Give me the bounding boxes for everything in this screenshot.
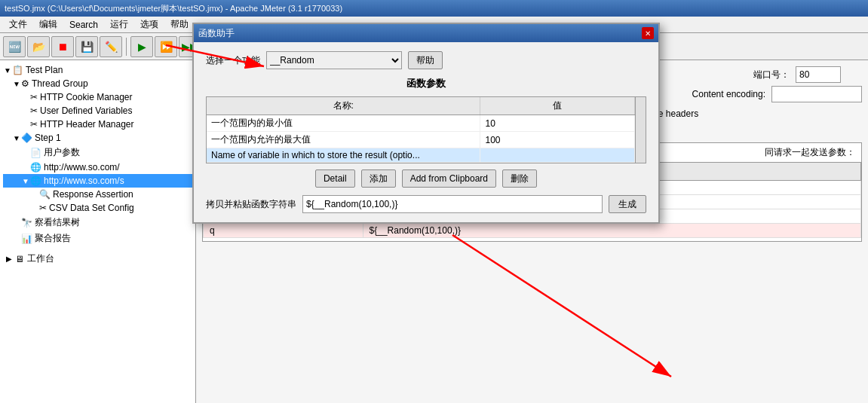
dialog-title: 函数助手 bbox=[198, 27, 235, 40]
detail-button[interactable]: Detail bbox=[315, 169, 355, 188]
dialog-titlebar: 函数助手 ✕ bbox=[194, 24, 658, 42]
dialog-param-value[interactable] bbox=[480, 115, 635, 132]
add-clipboard-button[interactable]: Add from Clipboard bbox=[402, 169, 496, 188]
dialog-content: 选择一个功能 __Random __RandomString __time 帮助… bbox=[194, 42, 658, 222]
dialog-btn-row: Detail 添加 Add from Clipboard 删除 bbox=[206, 169, 646, 188]
gen-input[interactable] bbox=[302, 195, 603, 213]
dialog-param-name: 一个范围内允许的最大值 bbox=[207, 132, 480, 148]
dialog-param-row[interactable]: 一个范围内的最小值 bbox=[207, 115, 635, 132]
dialog-col-value: 值 bbox=[480, 97, 635, 115]
dialog-param-name: Name of variable in which to store the r… bbox=[207, 148, 480, 163]
dialog-params-table: 名称: 值 一个范围内的最小值一个范围内允许的最大值Name of variab… bbox=[207, 97, 635, 163]
dialog-param-row[interactable]: 一个范围内允许的最大值 bbox=[207, 132, 635, 148]
delete-button[interactable]: 删除 bbox=[502, 169, 537, 188]
dialog-col-name: 名称: bbox=[207, 97, 480, 115]
help-button[interactable]: 帮助 bbox=[408, 51, 443, 69]
params-section-title: 函数参数 bbox=[206, 77, 646, 90]
dialog-param-value[interactable] bbox=[480, 148, 635, 163]
add-button[interactable]: 添加 bbox=[361, 169, 396, 188]
select-label: 选择一个功能 bbox=[206, 54, 260, 67]
gen-row: 拷贝并粘贴函数字符串 生成 bbox=[206, 195, 646, 213]
func-select[interactable]: __Random __RandomString __time bbox=[266, 51, 402, 69]
dialog-scrollbar[interactable] bbox=[635, 97, 646, 163]
dialog-close-btn[interactable]: ✕ bbox=[642, 27, 654, 39]
dialog-param-name: 一个范围内的最小值 bbox=[207, 115, 480, 132]
gen-button[interactable]: 生成 bbox=[609, 195, 646, 213]
func-select-row: 选择一个功能 __Random __RandomString __time 帮助 bbox=[206, 51, 646, 69]
function-dialog: 函数助手 ✕ 选择一个功能 __Random __RandomString __… bbox=[192, 23, 660, 224]
gen-label: 拷贝并粘贴函数字符串 bbox=[206, 198, 296, 211]
dialog-overlay: 函数助手 ✕ 选择一个功能 __Random __RandomString __… bbox=[0, 0, 868, 403]
dialog-param-value[interactable] bbox=[480, 132, 635, 148]
dialog-param-row[interactable]: Name of variable in which to store the r… bbox=[207, 148, 635, 163]
dialog-table-wrapper: 名称: 值 一个范围内的最小值一个范围内允许的最大值Name of variab… bbox=[206, 96, 646, 163]
